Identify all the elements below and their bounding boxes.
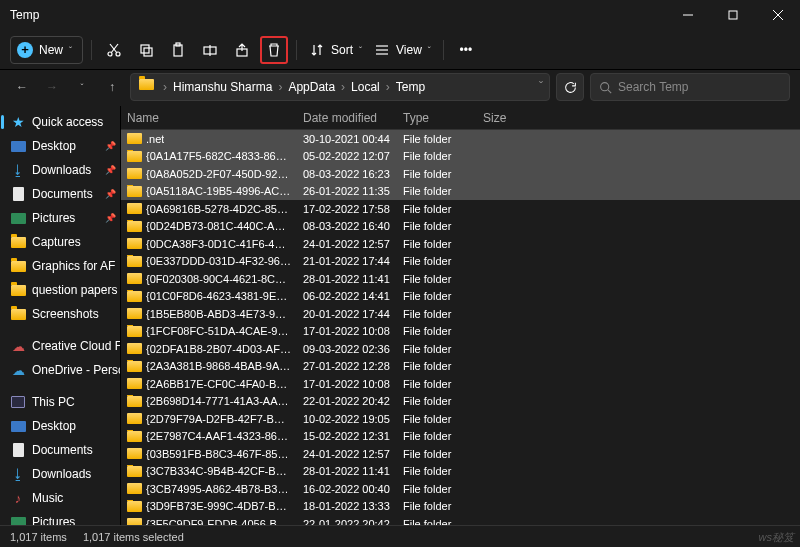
file-row[interactable]: {0A5118AC-19B5-4996-ACFE-4940439D9...26-…	[121, 183, 800, 201]
sidebar-item[interactable]: Documents📌	[0, 182, 120, 206]
folder-icon	[127, 238, 142, 249]
file-row[interactable]: {1B5EB80B-ABD3-4E73-9E6E-B400B45B1...20-…	[121, 305, 800, 323]
file-name: {0DCA38F3-0D1C-41F6-4A13-C6D6CFB4...	[146, 238, 291, 250]
header-name[interactable]: Name	[121, 111, 297, 125]
copy-button[interactable]	[132, 36, 160, 64]
folder-icon	[139, 79, 155, 95]
cut-button[interactable]	[100, 36, 128, 64]
file-row[interactable]: {0A8A052D-2F07-450D-9204-31510C4DA...08-…	[121, 165, 800, 183]
header-size[interactable]: Size	[477, 111, 557, 125]
sort-icon	[309, 42, 325, 58]
file-row[interactable]: {2B698D14-7771-41A3-AAA1-BF4B08CA0...22-…	[121, 393, 800, 411]
refresh-button[interactable]	[556, 73, 584, 101]
sidebar-item[interactable]: Creative Cloud Fil	[0, 334, 120, 358]
folder-icon	[127, 256, 142, 267]
file-type: File folder	[397, 500, 477, 512]
sidebar-item[interactable]: Downloads📌	[0, 158, 120, 182]
file-row[interactable]: {01C0F8D6-4623-4381-9E8C-DF3D5ABF8...06-…	[121, 288, 800, 306]
file-type: File folder	[397, 273, 477, 285]
file-name: {0A69816B-5278-4D2C-8519-4D21C5646B...	[146, 203, 291, 215]
maximize-button[interactable]	[710, 0, 755, 30]
desktop-ico	[10, 138, 26, 154]
file-row[interactable]: {0F020308-90C4-4621-8C53-4CE7775A6A...28…	[121, 270, 800, 288]
new-button[interactable]: + New ˇ	[10, 36, 83, 64]
folder-icon	[127, 186, 142, 197]
file-name: {2D79F79A-D2FB-42F7-BC6D-1516B6710...	[146, 413, 291, 425]
folder-icon	[127, 518, 142, 525]
file-type: File folder	[397, 325, 477, 337]
file-row[interactable]: {3F5C9DF9-EDDB-4056-BBBD-64331725E5...22…	[121, 515, 800, 525]
sidebar-quick-access[interactable]: ★Quick access	[0, 110, 120, 134]
sidebar-item[interactable]: Graphics for AF	[0, 254, 120, 278]
minimize-button[interactable]	[665, 0, 710, 30]
search-input[interactable]	[618, 80, 781, 94]
close-button[interactable]	[755, 0, 800, 30]
more-button[interactable]: •••	[452, 36, 480, 64]
file-row[interactable]: {3C7B334C-9B4B-42CF-BB55-93006C5E9...28-…	[121, 463, 800, 481]
back-button[interactable]: ←	[10, 75, 34, 99]
header-type[interactable]: Type	[397, 111, 477, 125]
file-row[interactable]: {0A1A17F5-682C-4833-86D0-71430E31EF...05…	[121, 148, 800, 166]
file-row[interactable]: {3CB74995-A862-4B78-B360-4E6374D143...16…	[121, 480, 800, 498]
dropdown-icon[interactable]: ˇ	[537, 80, 545, 94]
crumb[interactable]: AppData	[286, 80, 337, 94]
sidebar-item[interactable]: Pictures📌	[0, 206, 120, 230]
desktop-ico	[10, 418, 26, 434]
file-name: {2A3A381B-9868-4BAB-9A79-8F007CBD8...	[146, 360, 291, 372]
rename-button[interactable]	[196, 36, 224, 64]
sidebar-item[interactable]: Documents	[0, 438, 120, 462]
sidebar-item[interactable]: Captures	[0, 230, 120, 254]
file-row[interactable]: {0D24DB73-081C-440C-ABBD-D70FC2371...08-…	[121, 218, 800, 236]
file-type: File folder	[397, 465, 477, 477]
file-date: 22-01-2022 20:42	[297, 395, 397, 407]
sidebar-this-pc[interactable]: This PC	[0, 390, 120, 414]
file-date: 28-01-2022 11:41	[297, 465, 397, 477]
breadcrumbs[interactable]: › Himanshu Sharma › AppData › Local › Te…	[130, 73, 550, 101]
sidebar-item-label: Documents	[32, 443, 93, 457]
file-list[interactable]: .net30-10-2021 00:44File folder{0A1A17F5…	[121, 130, 800, 525]
view-button[interactable]: View ˇ	[370, 36, 435, 64]
sidebar-item[interactable]: Screenshots	[0, 302, 120, 326]
file-row[interactable]: {2D79F79A-D2FB-42F7-BC6D-1516B6710...10-…	[121, 410, 800, 428]
file-row[interactable]: {02DFA1B8-2B07-4D03-AFBB-8A6BC7C0...09-0…	[121, 340, 800, 358]
forward-button[interactable]: →	[40, 75, 64, 99]
folderico	[10, 234, 26, 250]
header-date[interactable]: Date modified	[297, 111, 397, 125]
file-date: 27-01-2022 12:28	[297, 360, 397, 372]
paste-button[interactable]	[164, 36, 192, 64]
share-button[interactable]	[228, 36, 256, 64]
file-row[interactable]: {3D9FB73E-999C-4DB7-B14C-D2AE3FC7A...18-…	[121, 498, 800, 516]
file-row[interactable]: {2E7987C4-AAF1-4323-86CB-8EB0F92F23...15…	[121, 428, 800, 446]
sidebar-item[interactable]: OneDrive - Person	[0, 358, 120, 382]
file-name: {0A1A17F5-682C-4833-86D0-71430E31EF...	[146, 150, 291, 162]
file-row[interactable]: {0DCA38F3-0D1C-41F6-4A13-C6D6CFB4...24-0…	[121, 235, 800, 253]
delete-button[interactable]	[260, 36, 288, 64]
crumb[interactable]: Local	[349, 80, 382, 94]
crumb[interactable]: Temp	[394, 80, 427, 94]
folder-icon	[127, 168, 142, 179]
file-row[interactable]: {2A6BB17E-CF0C-4FA0-BEED-277CAC5E3...17-…	[121, 375, 800, 393]
sort-button[interactable]: Sort ˇ	[305, 36, 366, 64]
sidebar-item[interactable]: Downloads	[0, 462, 120, 486]
crumb[interactable]: Himanshu Sharma	[171, 80, 274, 94]
sidebar-item[interactable]: question papers	[0, 278, 120, 302]
file-date: 05-02-2022 12:07	[297, 150, 397, 162]
folder-icon	[127, 483, 142, 494]
sidebar-item[interactable]: Pictures	[0, 510, 120, 525]
chevron-right-icon: ›	[276, 80, 284, 94]
toolbar: + New ˇ Sort ˇ View ˇ •••	[0, 30, 800, 70]
sidebar-item[interactable]: Music	[0, 486, 120, 510]
pin-icon: 📌	[105, 165, 116, 175]
sidebar-item[interactable]: Desktop📌	[0, 134, 120, 158]
sidebar-item-label: Screenshots	[32, 307, 99, 321]
file-row[interactable]: {0A69816B-5278-4D2C-8519-4D21C5646B...17…	[121, 200, 800, 218]
file-row[interactable]: {2A3A381B-9868-4BAB-9A79-8F007CBD8...27-…	[121, 358, 800, 376]
file-row[interactable]: {03B591FB-B8C3-467F-8534-328774B0EF...24…	[121, 445, 800, 463]
file-row[interactable]: .net30-10-2021 00:44File folder	[121, 130, 800, 148]
sidebar-item[interactable]: Desktop	[0, 414, 120, 438]
file-row[interactable]: {0E337DDD-031D-4F32-969F-1DFD189964...21…	[121, 253, 800, 271]
recent-button[interactable]: ˇ	[70, 75, 94, 99]
search-box[interactable]	[590, 73, 790, 101]
up-button[interactable]: ↑	[100, 75, 124, 99]
file-row[interactable]: {1FCF08FC-51DA-4CAE-9981-44EFBDCA5...17-…	[121, 323, 800, 341]
